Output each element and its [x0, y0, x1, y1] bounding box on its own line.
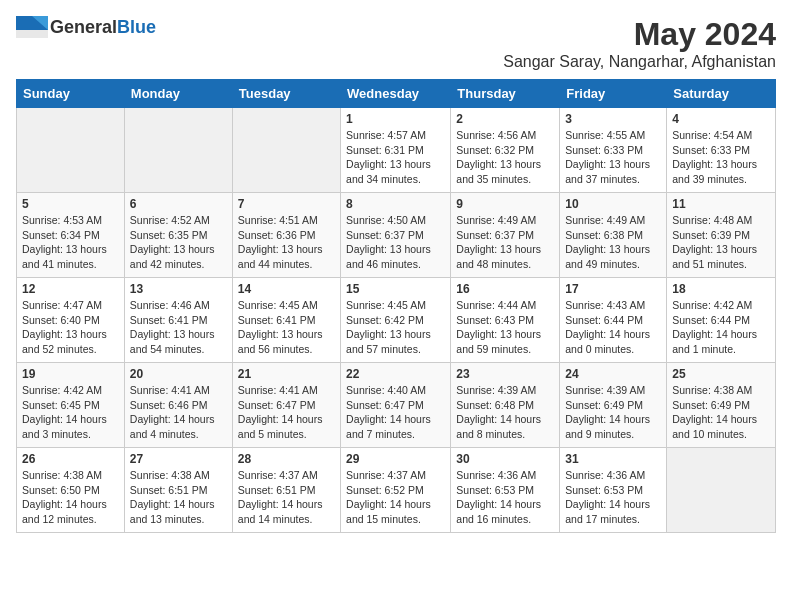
calendar-cell: 14Sunrise: 4:45 AM Sunset: 6:41 PM Dayli…	[232, 278, 340, 363]
calendar-cell: 24Sunrise: 4:39 AM Sunset: 6:49 PM Dayli…	[560, 363, 667, 448]
day-number: 6	[130, 197, 227, 211]
calendar-cell: 13Sunrise: 4:46 AM Sunset: 6:41 PM Dayli…	[124, 278, 232, 363]
cell-content: Sunrise: 4:56 AM Sunset: 6:32 PM Dayligh…	[456, 128, 554, 187]
calendar-cell: 16Sunrise: 4:44 AM Sunset: 6:43 PM Dayli…	[451, 278, 560, 363]
cell-content: Sunrise: 4:43 AM Sunset: 6:44 PM Dayligh…	[565, 298, 661, 357]
cell-content: Sunrise: 4:55 AM Sunset: 6:33 PM Dayligh…	[565, 128, 661, 187]
week-row: 26Sunrise: 4:38 AM Sunset: 6:50 PM Dayli…	[17, 448, 776, 533]
week-row: 5Sunrise: 4:53 AM Sunset: 6:34 PM Daylig…	[17, 193, 776, 278]
day-number: 23	[456, 367, 554, 381]
cell-content: Sunrise: 4:46 AM Sunset: 6:41 PM Dayligh…	[130, 298, 227, 357]
calendar-cell: 29Sunrise: 4:37 AM Sunset: 6:52 PM Dayli…	[341, 448, 451, 533]
weekday-header: Thursday	[451, 80, 560, 108]
day-number: 31	[565, 452, 661, 466]
cell-content: Sunrise: 4:45 AM Sunset: 6:41 PM Dayligh…	[238, 298, 335, 357]
cell-content: Sunrise: 4:41 AM Sunset: 6:47 PM Dayligh…	[238, 383, 335, 442]
weekday-header-row: SundayMondayTuesdayWednesdayThursdayFrid…	[17, 80, 776, 108]
calendar-cell: 31Sunrise: 4:36 AM Sunset: 6:53 PM Dayli…	[560, 448, 667, 533]
calendar-cell: 25Sunrise: 4:38 AM Sunset: 6:49 PM Dayli…	[667, 363, 776, 448]
cell-content: Sunrise: 4:51 AM Sunset: 6:36 PM Dayligh…	[238, 213, 335, 272]
logo-blue-text: Blue	[117, 17, 156, 37]
calendar-table: SundayMondayTuesdayWednesdayThursdayFrid…	[16, 79, 776, 533]
cell-content: Sunrise: 4:50 AM Sunset: 6:37 PM Dayligh…	[346, 213, 445, 272]
day-number: 15	[346, 282, 445, 296]
cell-content: Sunrise: 4:36 AM Sunset: 6:53 PM Dayligh…	[456, 468, 554, 527]
day-number: 18	[672, 282, 770, 296]
week-row: 19Sunrise: 4:42 AM Sunset: 6:45 PM Dayli…	[17, 363, 776, 448]
day-number: 20	[130, 367, 227, 381]
day-number: 12	[22, 282, 119, 296]
calendar-cell	[667, 448, 776, 533]
logo: GeneralBlue	[16, 16, 156, 38]
calendar-cell: 19Sunrise: 4:42 AM Sunset: 6:45 PM Dayli…	[17, 363, 125, 448]
cell-content: Sunrise: 4:45 AM Sunset: 6:42 PM Dayligh…	[346, 298, 445, 357]
calendar-cell	[124, 108, 232, 193]
day-number: 5	[22, 197, 119, 211]
calendar-cell: 20Sunrise: 4:41 AM Sunset: 6:46 PM Dayli…	[124, 363, 232, 448]
calendar-cell: 18Sunrise: 4:42 AM Sunset: 6:44 PM Dayli…	[667, 278, 776, 363]
calendar-cell: 10Sunrise: 4:49 AM Sunset: 6:38 PM Dayli…	[560, 193, 667, 278]
cell-content: Sunrise: 4:57 AM Sunset: 6:31 PM Dayligh…	[346, 128, 445, 187]
day-number: 10	[565, 197, 661, 211]
cell-content: Sunrise: 4:44 AM Sunset: 6:43 PM Dayligh…	[456, 298, 554, 357]
calendar-cell: 17Sunrise: 4:43 AM Sunset: 6:44 PM Dayli…	[560, 278, 667, 363]
cell-content: Sunrise: 4:37 AM Sunset: 6:51 PM Dayligh…	[238, 468, 335, 527]
day-number: 29	[346, 452, 445, 466]
day-number: 9	[456, 197, 554, 211]
cell-content: Sunrise: 4:42 AM Sunset: 6:45 PM Dayligh…	[22, 383, 119, 442]
day-number: 24	[565, 367, 661, 381]
calendar-cell: 7Sunrise: 4:51 AM Sunset: 6:36 PM Daylig…	[232, 193, 340, 278]
weekday-header: Monday	[124, 80, 232, 108]
calendar-cell: 11Sunrise: 4:48 AM Sunset: 6:39 PM Dayli…	[667, 193, 776, 278]
day-number: 30	[456, 452, 554, 466]
weekday-header: Friday	[560, 80, 667, 108]
title-block: May 2024 Sangar Saray, Nangarhar, Afghan…	[503, 16, 776, 71]
calendar-cell: 22Sunrise: 4:40 AM Sunset: 6:47 PM Dayli…	[341, 363, 451, 448]
day-number: 22	[346, 367, 445, 381]
calendar-cell: 6Sunrise: 4:52 AM Sunset: 6:35 PM Daylig…	[124, 193, 232, 278]
month-title: May 2024	[503, 16, 776, 53]
cell-content: Sunrise: 4:49 AM Sunset: 6:38 PM Dayligh…	[565, 213, 661, 272]
day-number: 14	[238, 282, 335, 296]
calendar-cell: 21Sunrise: 4:41 AM Sunset: 6:47 PM Dayli…	[232, 363, 340, 448]
calendar-cell: 3Sunrise: 4:55 AM Sunset: 6:33 PM Daylig…	[560, 108, 667, 193]
calendar-cell: 30Sunrise: 4:36 AM Sunset: 6:53 PM Dayli…	[451, 448, 560, 533]
calendar-cell: 12Sunrise: 4:47 AM Sunset: 6:40 PM Dayli…	[17, 278, 125, 363]
calendar-cell: 5Sunrise: 4:53 AM Sunset: 6:34 PM Daylig…	[17, 193, 125, 278]
cell-content: Sunrise: 4:41 AM Sunset: 6:46 PM Dayligh…	[130, 383, 227, 442]
day-number: 13	[130, 282, 227, 296]
cell-content: Sunrise: 4:38 AM Sunset: 6:49 PM Dayligh…	[672, 383, 770, 442]
weekday-header: Saturday	[667, 80, 776, 108]
location-title: Sangar Saray, Nangarhar, Afghanistan	[503, 53, 776, 71]
day-number: 4	[672, 112, 770, 126]
cell-content: Sunrise: 4:39 AM Sunset: 6:48 PM Dayligh…	[456, 383, 554, 442]
day-number: 7	[238, 197, 335, 211]
cell-content: Sunrise: 4:48 AM Sunset: 6:39 PM Dayligh…	[672, 213, 770, 272]
cell-content: Sunrise: 4:39 AM Sunset: 6:49 PM Dayligh…	[565, 383, 661, 442]
cell-content: Sunrise: 4:42 AM Sunset: 6:44 PM Dayligh…	[672, 298, 770, 357]
cell-content: Sunrise: 4:54 AM Sunset: 6:33 PM Dayligh…	[672, 128, 770, 187]
week-row: 12Sunrise: 4:47 AM Sunset: 6:40 PM Dayli…	[17, 278, 776, 363]
calendar-cell: 15Sunrise: 4:45 AM Sunset: 6:42 PM Dayli…	[341, 278, 451, 363]
cell-content: Sunrise: 4:52 AM Sunset: 6:35 PM Dayligh…	[130, 213, 227, 272]
cell-content: Sunrise: 4:47 AM Sunset: 6:40 PM Dayligh…	[22, 298, 119, 357]
week-row: 1Sunrise: 4:57 AM Sunset: 6:31 PM Daylig…	[17, 108, 776, 193]
cell-content: Sunrise: 4:53 AM Sunset: 6:34 PM Dayligh…	[22, 213, 119, 272]
day-number: 3	[565, 112, 661, 126]
weekday-header: Wednesday	[341, 80, 451, 108]
cell-content: Sunrise: 4:40 AM Sunset: 6:47 PM Dayligh…	[346, 383, 445, 442]
day-number: 19	[22, 367, 119, 381]
calendar-cell	[232, 108, 340, 193]
calendar-cell: 4Sunrise: 4:54 AM Sunset: 6:33 PM Daylig…	[667, 108, 776, 193]
svg-rect-2	[16, 30, 48, 38]
calendar-cell: 28Sunrise: 4:37 AM Sunset: 6:51 PM Dayli…	[232, 448, 340, 533]
cell-content: Sunrise: 4:36 AM Sunset: 6:53 PM Dayligh…	[565, 468, 661, 527]
calendar-cell: 23Sunrise: 4:39 AM Sunset: 6:48 PM Dayli…	[451, 363, 560, 448]
calendar-cell: 1Sunrise: 4:57 AM Sunset: 6:31 PM Daylig…	[341, 108, 451, 193]
calendar-cell: 9Sunrise: 4:49 AM Sunset: 6:37 PM Daylig…	[451, 193, 560, 278]
logo-general-text: General	[50, 17, 117, 37]
day-number: 25	[672, 367, 770, 381]
weekday-header: Tuesday	[232, 80, 340, 108]
calendar-cell: 8Sunrise: 4:50 AM Sunset: 6:37 PM Daylig…	[341, 193, 451, 278]
weekday-header: Sunday	[17, 80, 125, 108]
